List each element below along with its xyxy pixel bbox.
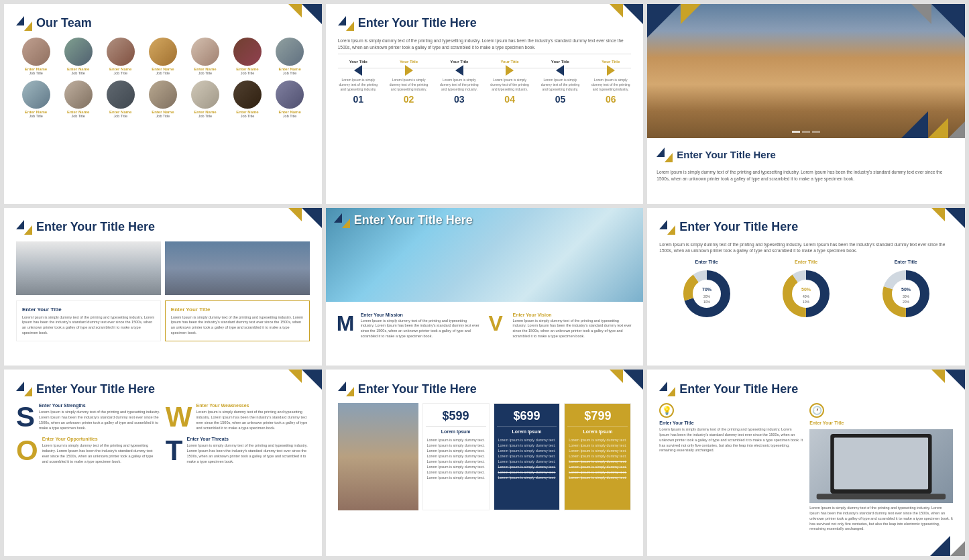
deco-tri-tl-gold <box>681 4 701 24</box>
swot-o-title: Enter Your Opportunities <box>42 437 160 441</box>
price-feature: Lorem Ipsum is simply dummy text. <box>567 449 628 453</box>
price-subtitle: Lorem Ipsum <box>426 429 486 434</box>
price-feature: Lorem Ipsum is simply dummy text. <box>567 454 628 458</box>
member-job: Job Title <box>185 71 225 75</box>
icon-section-2: 🕐 Enter Your Title <box>809 403 953 425</box>
section-2-title: Enter Your Title <box>809 421 953 425</box>
tl-arrow <box>556 65 564 76</box>
card-1: Enter Your Title Lorem Ipsum is simply d… <box>16 300 161 342</box>
slide-title: Enter Your Title Here <box>36 383 155 396</box>
timeline-item: Your Title Lorem Ipsum is simply dummy t… <box>490 60 530 105</box>
swot-t-content: Enter Your Threats Lorem Ipsum is simply… <box>186 437 309 464</box>
chart-label: Enter Title <box>759 260 854 264</box>
swot-t: T Enter Your Threats Lorem Ipsum is simp… <box>166 437 310 465</box>
slide-charts: Enter Your Title Here Lorem Ipsum is sim… <box>647 208 965 366</box>
slide-header: Enter Your Title Here <box>659 220 953 235</box>
deco-triangle-gold <box>288 370 302 383</box>
deco-triangle-navy <box>945 208 965 228</box>
deco-bottom <box>901 111 965 138</box>
price-subtitle: Lorem Ipsum <box>497 429 557 434</box>
slide-pricing: Enter Your Title Here $599 Lorem Ipsum L… <box>326 370 644 556</box>
swot-t-title: Enter Your Threats <box>186 437 309 441</box>
content-columns: 💡 Enter Your Title Lorem Ipsum is simply… <box>659 403 953 531</box>
donut-chart: 50% 40% 10% <box>779 267 833 321</box>
clock-icon: 🕐 <box>812 406 822 415</box>
team-member: Enter Name Job Title <box>58 38 98 75</box>
tl-number: 02 <box>388 94 429 105</box>
tl-number: 06 <box>590 94 631 105</box>
chart-3: Enter Title 50% 30% 20% <box>858 260 953 323</box>
slide-header: Our Team <box>16 16 310 31</box>
svg-text:20%: 20% <box>703 294 711 298</box>
swot-grid: S Enter Your Strengths Lorem Ipsum is si… <box>16 403 310 465</box>
slide-title: Enter Your Title Here <box>358 17 477 30</box>
section-1-body: Lorem Ipsum is simply dummy text of the … <box>659 427 803 453</box>
vision-item: V Enter Your Vision Lorem Ipsum is simpl… <box>484 309 636 359</box>
team-member: Enter Name Job Title <box>185 38 225 75</box>
price-amount: $799 <box>567 409 628 423</box>
slide-header: Enter Your Title Here <box>659 382 953 396</box>
price-card-3: $799 Lorem Ipsum Lorem Ipsum is simply d… <box>564 403 631 510</box>
header-triangles <box>334 213 350 228</box>
slide-content: Enter Your Title Here Lorem Ipsum is sim… <box>647 138 965 204</box>
member-job: Job Title <box>270 114 310 118</box>
price-subtitle: Lorem Ipsum <box>567 429 628 434</box>
deco-tri-b-gray <box>950 541 965 556</box>
deco-tri-tl-navy <box>647 4 681 38</box>
deco-triangle-gold <box>610 370 623 383</box>
header-triangles <box>659 220 675 235</box>
divider <box>497 426 557 427</box>
vision-title: Enter Your Vision <box>512 313 632 317</box>
price-feature: Lorem Ipsum is simply dummy text. <box>426 475 486 480</box>
slide-body: Lorem Ipsum is simply dummy text of the … <box>338 38 632 54</box>
tl-arrow <box>354 65 362 76</box>
arch-photo <box>165 241 310 295</box>
deco-triangle-gold <box>931 370 945 383</box>
deco-triangle-navy <box>623 370 643 390</box>
deco-triangle-gold <box>931 208 945 221</box>
deco-triangle-navy <box>302 370 322 390</box>
card-title: Enter Your Title <box>22 306 155 313</box>
price-feature: Lorem Ipsum is simply dummy text. <box>497 438 557 442</box>
tl-label: Your Title <box>540 60 581 64</box>
left-col: 💡 Enter Your Title Lorem Ipsum is simply… <box>659 403 803 531</box>
swot-letter-o: O <box>16 437 38 465</box>
swot-letter-s: S <box>16 403 35 431</box>
clock-icon-circle: 🕐 <box>809 403 824 418</box>
swot-letter-w: W <box>166 403 192 431</box>
mission-title: Enter Your Mission <box>361 313 481 317</box>
card-body: Lorem Ipsum is simply dummy text of the … <box>22 315 155 336</box>
deco-tri-tr-navy <box>931 4 965 38</box>
slide-mission-vision: Enter Your Title Here M Enter Your Missi… <box>326 208 644 366</box>
swot-letter-t: T <box>166 437 183 465</box>
price-feature: Lorem Ipsum is simply dummy text. <box>497 465 557 469</box>
team-member: Enter Name Job Title <box>101 80 140 118</box>
donut-chart: 50% 30% 20% <box>879 267 933 321</box>
slide-title: Enter Your Title Here <box>36 221 155 234</box>
header-triangles <box>16 16 32 31</box>
timeline-item: Your Title Lorem Ipsum is simply dummy t… <box>590 60 631 105</box>
timeline-item: Your Title Lorem Ipsum is simply dummy t… <box>388 60 429 105</box>
member-job: Job Title <box>16 114 56 118</box>
slide-title-timeline: Enter Your Title Here Lorem Ipsum is sim… <box>326 4 644 204</box>
team-row-2: Enter Name Job Title Enter Name Job Titl… <box>16 80 310 118</box>
slide-header: Enter Your Title Here <box>16 382 310 396</box>
team-member: Enter Name Job Title <box>143 38 182 75</box>
team-member: Enter Name Job Title <box>270 38 310 75</box>
svg-text:50%: 50% <box>801 287 811 292</box>
slide-our-team: Our Team Enter Name Job Title Enter Name… <box>4 4 322 204</box>
team-member: Enter Name Job Title <box>185 80 225 118</box>
tl-label: Your Title <box>590 60 631 64</box>
icon-section: 💡 Enter Your Title Lorem Ipsum is simply… <box>659 403 803 453</box>
header-triangles <box>16 382 32 396</box>
price-feature: Lorem Ipsum is simply dummy text. <box>497 459 557 463</box>
price-feature: Lorem Ipsum is simply dummy text. <box>426 465 486 469</box>
timeline: Your Title Lorem Ipsum is simply dummy t… <box>338 60 632 105</box>
deco-triangle-navy <box>945 370 965 390</box>
price-feature: Lorem Ipsum is simply dummy text. <box>426 454 486 458</box>
slide-body: Lorem Ipsum is simply dummy text of the … <box>657 169 956 182</box>
card-body: Lorem Ipsum is simply dummy text of the … <box>171 315 304 336</box>
pricing-image <box>338 403 418 510</box>
price-feature: Lorem Ipsum is simply dummy text. <box>426 443 486 447</box>
mission-body: Lorem Ipsum is simply dummy text of the … <box>361 319 481 339</box>
